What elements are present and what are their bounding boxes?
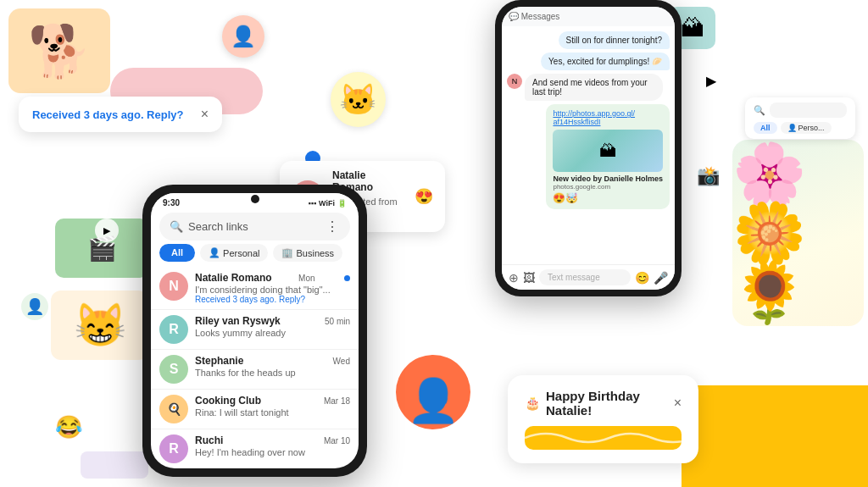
link-preview-card: http://photos.app.goo.gl/af14HsskflisdI … bbox=[546, 104, 670, 209]
msg-content-3: Cooking Club Mar 18 Rina: I will start t… bbox=[195, 395, 350, 418]
status-time: 9:30 bbox=[163, 198, 180, 208]
person-avatar-top: 👤 bbox=[222, 15, 264, 58]
link-title: New video by Danielle Holmes bbox=[553, 174, 663, 183]
small-card-bottom-left bbox=[81, 451, 148, 479]
mic-icon-btn[interactable]: 🎤 bbox=[654, 271, 668, 285]
search-bar[interactable]: 🔍 Search links ⋮ bbox=[159, 213, 350, 241]
person-icon-mini: 👤 bbox=[787, 124, 797, 132]
msg-preview-4: Hey! I'm heading over now bbox=[195, 447, 350, 457]
phone-notch bbox=[251, 195, 259, 203]
main-phone-screen: 9:30 ▪▪▪ WiFi 🔋 🔍 Search links ⋮ All 👤 P… bbox=[151, 193, 359, 468]
birthday-card: 🎂 Happy Birthday Natalie! × bbox=[508, 375, 698, 463]
msg-content-1: Riley van Ryswyk 50 min Looks yummy alre… bbox=[195, 315, 350, 338]
emoji-icon-btn[interactable]: 😊 bbox=[635, 271, 649, 285]
right-chat-header: 💬 Messages bbox=[502, 7, 675, 26]
msg-content-2: Stephanie Wed Thanks for the heads up bbox=[195, 355, 350, 378]
search-icon-small: 🔍 bbox=[754, 105, 765, 116]
birthday-header: 🎂 Happy Birthday Natalie! × bbox=[525, 389, 682, 418]
image-icon-btn[interactable]: 🖼 bbox=[523, 271, 535, 285]
msg-time-1: 50 min bbox=[325, 317, 350, 326]
birthday-title-text: Happy Birthday Natalie! bbox=[546, 389, 674, 418]
personal-icon: 👤 bbox=[209, 247, 220, 258]
msg-time-0: Mon bbox=[298, 274, 314, 283]
table-row[interactable]: R Riley van Ryswyk 50 min Looks yummy al… bbox=[151, 310, 359, 350]
cat-hat-avatar: 🐱 bbox=[331, 72, 386, 127]
unread-dot-0 bbox=[344, 275, 350, 281]
google-photos-icon: 📸 bbox=[697, 165, 720, 187]
search-icon: 🔍 bbox=[170, 220, 183, 233]
received-close-button[interactable]: × bbox=[201, 107, 209, 122]
table-row[interactable]: R Ruchi Mar 10 Hey! I'm heading over now bbox=[151, 429, 359, 468]
msg-name-4: Ruchi bbox=[195, 434, 223, 446]
msg-avatar-2: S bbox=[159, 355, 188, 384]
chat-bubble-2: Yes, excited for dumplings! 🥟 bbox=[541, 53, 670, 70]
search-left: 🔍 Search links bbox=[170, 220, 248, 233]
msg-time-2: Wed bbox=[333, 357, 350, 366]
msg-name-3: Cooking Club bbox=[195, 395, 261, 407]
msg-content-0: Natalie Romano Mon I'm considering doing… bbox=[195, 272, 350, 304]
tab-business[interactable]: 🏢 Business bbox=[273, 244, 342, 262]
text-message-input[interactable]: Text message bbox=[539, 269, 631, 285]
search-placeholder: Search links bbox=[188, 220, 248, 233]
msg-preview-0: I'm considering doing that "big"... bbox=[195, 285, 350, 295]
flowers-emoji: 🌸🌼🌻 bbox=[732, 144, 864, 322]
flowers-background-card: 🌸🌼🌻 bbox=[732, 140, 864, 326]
right-phone-mockup: 💬 Messages Still on for dinner tonight? … bbox=[495, 0, 682, 296]
mini-tab-person-label: Perso... bbox=[798, 124, 825, 132]
received-reply-card: Received 3 days ago. Reply? × bbox=[19, 97, 222, 132]
msg-name-row-2: Stephanie Wed bbox=[195, 355, 350, 367]
chat-reactions: 😍🤯 bbox=[553, 192, 663, 204]
received-text: Received 3 days ago. Reply? bbox=[32, 108, 183, 121]
birthday-close-button[interactable]: × bbox=[674, 396, 682, 411]
search-input-row: 🔍 bbox=[754, 102, 847, 118]
tab-all[interactable]: All bbox=[159, 244, 195, 262]
msg-time-4: Mar 10 bbox=[324, 436, 350, 445]
msg-avatar-3: 🍳 bbox=[159, 395, 188, 423]
battery-icon: 🔋 bbox=[337, 199, 347, 208]
table-row[interactable]: N Natalie Romano Mon I'm considering doi… bbox=[151, 267, 359, 310]
chat-bubble-3: And send me videos from your last trip! bbox=[525, 74, 663, 101]
yellow-accent-bg bbox=[682, 385, 868, 487]
dog-image-card: 🐕 bbox=[8, 8, 110, 93]
msg-time-3: Mar 18 bbox=[324, 396, 350, 406]
msg-name-0: Natalie Romano bbox=[195, 272, 272, 284]
msg-avatar-0: N bbox=[159, 272, 188, 301]
chat-left-row: N And send me videos from your last trip… bbox=[507, 74, 670, 101]
msg-reply-0: Received 3 days ago. Reply? bbox=[195, 295, 350, 304]
msg-avatar-1: R bbox=[159, 315, 188, 344]
table-row[interactable]: 🍳 Cooking Club Mar 18 Rina: I will start… bbox=[151, 390, 359, 429]
msg-name-row-4: Ruchi Mar 10 bbox=[195, 434, 350, 446]
cat-small-card: 😸 bbox=[51, 291, 148, 360]
link-preview-image: 🏔 bbox=[553, 130, 663, 172]
messages-list: N Natalie Romano Mon I'm considering doi… bbox=[151, 267, 359, 468]
play-button-right[interactable]: ▶ bbox=[694, 64, 728, 97]
msg-name-row-1: Riley van Ryswyk 50 min bbox=[195, 315, 350, 327]
search-top-right-widget: 🔍 All 👤 Perso... bbox=[745, 97, 855, 139]
msg-content-4: Ruchi Mar 10 Hey! I'm heading over now bbox=[195, 434, 350, 457]
message-tabs: All 👤 Personal 🏢 Business bbox=[151, 244, 359, 267]
signal-icon: ▪▪▪ bbox=[309, 199, 317, 208]
link-domain: photos.google.com bbox=[553, 183, 663, 191]
search-mini-tabs: All 👤 Perso... bbox=[754, 122, 847, 134]
msg-name-1: Riley van Ryswyk bbox=[195, 315, 281, 327]
msg-name-row-3: Cooking Club Mar 18 bbox=[195, 395, 350, 407]
search-input-placeholder[interactable] bbox=[770, 102, 847, 118]
wifi-icon: WiFi bbox=[319, 199, 335, 208]
table-row[interactable]: S Stephanie Wed Thanks for the heads up bbox=[151, 350, 359, 390]
mini-tab-person[interactable]: 👤 Perso... bbox=[781, 122, 832, 134]
more-options-icon[interactable]: ⋮ bbox=[326, 219, 340, 235]
right-chat-input-bar: ⊕ 🖼 Text message 😊 🎤 bbox=[502, 264, 675, 290]
small-avatar-left: 👤 bbox=[19, 291, 50, 322]
play-button-overlay[interactable]: ▶ bbox=[95, 219, 119, 242]
right-chat-messages: Still on for dinner tonight? Yes, excite… bbox=[502, 26, 675, 264]
natalie-emoji: 😍 bbox=[415, 187, 433, 206]
tab-personal[interactable]: 👤 Personal bbox=[200, 244, 268, 262]
add-icon-btn[interactable]: ⊕ bbox=[509, 271, 519, 285]
msg-name-row-0: Natalie Romano Mon bbox=[195, 272, 350, 284]
mini-tab-all[interactable]: All bbox=[754, 122, 777, 134]
msg-avatar-4: R bbox=[159, 434, 188, 463]
link-url[interactable]: http://photos.app.goo.gl/af14HsskflisdI bbox=[553, 109, 663, 126]
status-icons: ▪▪▪ WiFi 🔋 bbox=[309, 199, 348, 208]
laugh-emoji-decoration: 😂 bbox=[55, 414, 82, 440]
msg-preview-1: Looks yummy already bbox=[195, 328, 350, 338]
